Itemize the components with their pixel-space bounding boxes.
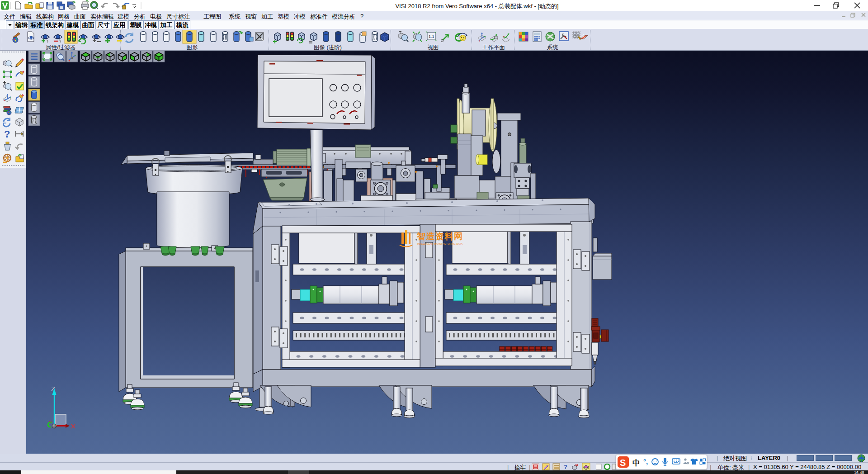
- svg-text:1:1: 1:1: [429, 34, 434, 39]
- svg-text:INTELLIGENT MANUFACTURING DATA: INTELLIGENT MANUFACTURING DATA: [417, 242, 463, 245]
- svg-text:?: ?: [564, 464, 567, 470]
- svg-text:?: ?: [4, 128, 10, 140]
- svg-text:智造资料网: 智造资料网: [416, 232, 463, 241]
- svg-text:中: 中: [632, 459, 640, 467]
- svg-text:S: S: [620, 458, 626, 468]
- svg-text:°,: °,: [643, 458, 648, 465]
